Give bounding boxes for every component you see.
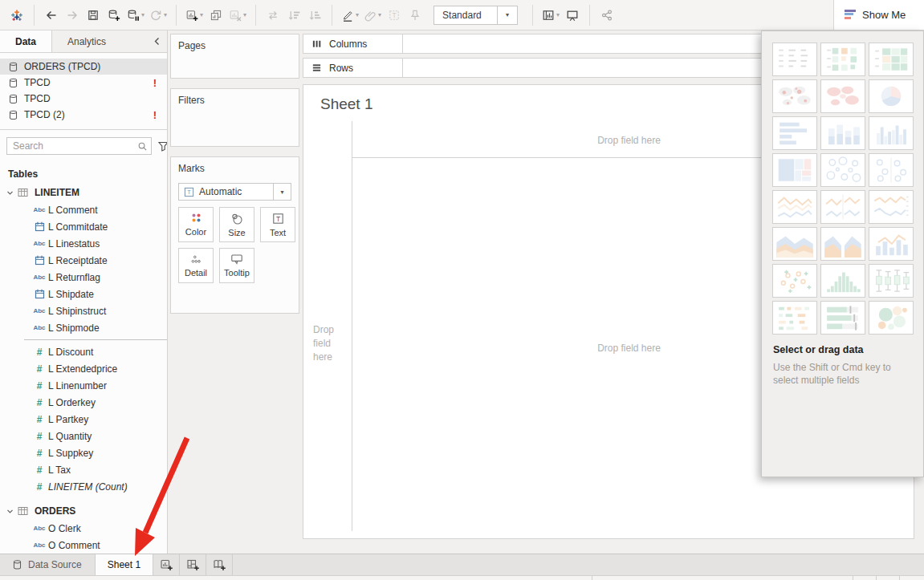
data-source-item[interactable]: TPCD!: [0, 75, 167, 91]
search-input[interactable]: [6, 137, 152, 155]
filter-fields-button[interactable]: [156, 140, 168, 152]
showme-pie-chart-tile[interactable]: [869, 79, 914, 113]
showme-filled-map-tile[interactable]: [820, 79, 865, 113]
showme-bullet-graph-tile[interactable]: [820, 301, 865, 335]
showme-highlight-table-tile[interactable]: [869, 43, 914, 76]
showme-gantt-tile[interactable]: [772, 301, 817, 335]
field-item[interactable]: AbcO Clerk: [0, 520, 167, 537]
showme-histogram-tile[interactable]: [820, 264, 865, 298]
field-item[interactable]: #L Extendedprice: [0, 360, 167, 377]
date-field-icon: [31, 289, 48, 299]
new-story-button[interactable]: [206, 554, 233, 575]
field-item[interactable]: L Shipdate: [0, 286, 167, 302]
tab-data[interactable]: Data: [0, 30, 52, 52]
tab-sheet-1[interactable]: Sheet 1: [96, 554, 153, 575]
duplicate-sheet-button[interactable]: [206, 3, 226, 27]
field-item[interactable]: AbcO Comment: [0, 537, 167, 554]
chevron-down-icon[interactable]: ▾: [497, 6, 517, 24]
chevron-down-icon[interactable]: [6, 189, 14, 197]
show-mark-labels-button[interactable]: T: [384, 3, 405, 27]
showme-dual-combination-tile[interactable]: [869, 227, 914, 261]
showme-horizontal-bars-tile[interactable]: [772, 116, 817, 150]
tab-analytics[interactable]: Analytics: [52, 30, 121, 52]
showme-packed-bubbles-tile[interactable]: [869, 301, 914, 335]
field-item[interactable]: #LINEITEM (Count): [0, 478, 167, 495]
clear-sheet-button[interactable]: ▾: [226, 3, 249, 27]
redo-button[interactable]: [62, 3, 83, 27]
share-workbook-button[interactable]: [596, 3, 617, 27]
chevron-down-icon[interactable]: [6, 508, 14, 515]
showme-continuous-area-tile[interactable]: [772, 227, 817, 261]
detail-button[interactable]: Detail: [178, 248, 214, 283]
text-button[interactable]: TText: [260, 207, 295, 242]
showme-side-by-side-circles-tile[interactable]: [869, 153, 914, 187]
new-worksheet-button[interactable]: ▾: [183, 3, 206, 27]
fix-axes-button[interactable]: [405, 3, 425, 27]
svg-text:T: T: [392, 11, 396, 19]
tab-data-source[interactable]: Data Source: [0, 554, 96, 575]
field-item[interactable]: AbcL Returnflag: [0, 269, 167, 286]
swap-rows-columns-button[interactable]: [263, 3, 283, 27]
showme-scatter-plot-tile[interactable]: [772, 264, 817, 298]
showme-treemap-tile[interactable]: [772, 153, 817, 187]
highlight-button[interactable]: ▾: [339, 3, 361, 27]
color-button[interactable]: Color: [178, 207, 214, 242]
undo-button[interactable]: [41, 3, 62, 27]
showme-heatmap-tile[interactable]: [820, 43, 865, 76]
pages-shelf[interactable]: Pages: [170, 34, 299, 79]
table-header-orders[interactable]: ORDERS: [0, 502, 167, 520]
group-members-button[interactable]: ▾: [361, 3, 384, 27]
showme-box-and-whisker-tile[interactable]: [869, 264, 914, 298]
field-item[interactable]: AbcL Comment: [0, 201, 167, 218]
save-button[interactable]: [83, 3, 104, 27]
new-dashboard-button[interactable]: [180, 554, 206, 575]
field-item[interactable]: #L Quantity: [0, 428, 167, 444]
data-source-item[interactable]: TPCD: [0, 91, 167, 107]
pause-auto-updates-button[interactable]: ▾: [124, 3, 147, 27]
sort-ascending-button[interactable]: [283, 3, 304, 27]
data-source-item[interactable]: TPCD (2)!: [0, 107, 167, 123]
field-item[interactable]: L Commitdate: [0, 218, 167, 235]
field-item[interactable]: #L Discount: [0, 343, 167, 360]
field-item[interactable]: #L Suppkey: [0, 444, 167, 461]
field-item[interactable]: L Receiptdate: [0, 252, 167, 269]
field-item[interactable]: #L Orderkey: [0, 394, 167, 411]
show-hide-cards-button[interactable]: ▾: [539, 3, 562, 27]
field-item[interactable]: AbcL Linestatus: [0, 235, 167, 252]
presentation-mode-button[interactable]: [562, 3, 583, 27]
field-item[interactable]: AbcL Shipmode: [0, 319, 167, 336]
showme-dual-lines-tile[interactable]: [869, 190, 914, 224]
search-input-field[interactable]: [9, 140, 137, 152]
svg-text:T: T: [275, 214, 279, 222]
showme-discrete-lines-tile[interactable]: [820, 190, 865, 224]
tooltip-button[interactable]: Tooltip: [219, 248, 254, 283]
field-item[interactable]: #L Partkey: [0, 411, 167, 428]
showme-text-table-tile[interactable]: [772, 43, 817, 76]
showme-symbol-map-tile[interactable]: [772, 79, 817, 113]
drop-zone-left[interactable]: Drop field here: [313, 323, 347, 364]
show-me-button[interactable]: Show Me: [833, 0, 924, 30]
table-header-lineitem[interactable]: LINEITEM: [0, 184, 167, 201]
showme-stacked-bars-tile[interactable]: [820, 116, 865, 150]
field-item[interactable]: #L Tax: [0, 461, 167, 478]
continuous-area-icon: [775, 230, 814, 258]
filters-shelf[interactable]: Filters: [170, 88, 299, 147]
field-item[interactable]: AbcL Shipinstruct: [0, 302, 167, 319]
mark-type-dropdown[interactable]: T Automatic ▾: [178, 183, 291, 201]
new-worksheet-button[interactable]: [153, 554, 180, 575]
number-field-icon: #: [31, 481, 48, 493]
showme-continuous-lines-tile[interactable]: [772, 190, 817, 224]
toolbar-separator: [332, 5, 332, 26]
fit-dropdown[interactable]: Standard▾: [434, 6, 518, 25]
showme-discrete-area-tile[interactable]: [820, 227, 865, 261]
sort-descending-button[interactable]: [304, 3, 325, 27]
run-auto-updates-button[interactable]: ▾: [147, 3, 169, 27]
add-data-source-button[interactable]: [104, 3, 124, 27]
field-item[interactable]: #L Linenumber: [0, 377, 167, 394]
collapse-pane-button[interactable]: [147, 30, 167, 52]
size-button[interactable]: Size: [219, 207, 254, 242]
chevron-down-icon[interactable]: ▾: [273, 184, 291, 200]
showme-side-by-side-bars-tile[interactable]: [869, 116, 914, 150]
data-source-item[interactable]: ORDERS (TPCD): [0, 59, 167, 75]
showme-circle-views-tile[interactable]: [820, 153, 865, 187]
